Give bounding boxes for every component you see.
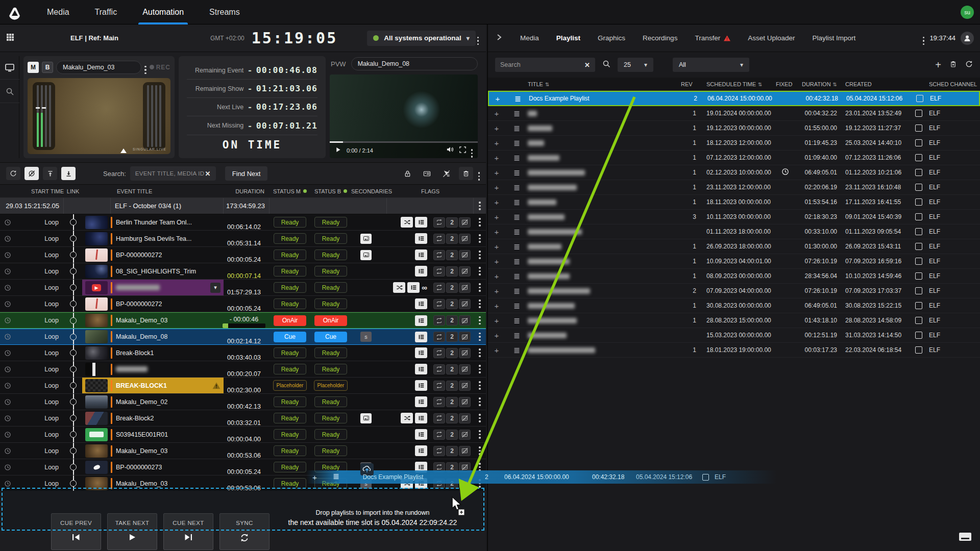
rail-search-icon[interactable] xyxy=(0,80,19,103)
event-kebab-menu[interactable] xyxy=(474,214,486,230)
scroll-to-top-icon[interactable] xyxy=(43,167,57,180)
event-thumbnail[interactable] xyxy=(85,216,108,229)
event-thumbnail[interactable] xyxy=(85,248,108,262)
loop-flag-icon[interactable] xyxy=(433,299,445,309)
append-playlist-icon[interactable]: + xyxy=(488,269,505,283)
rundown-row[interactable]: Loop Break-Block1 00:03:40.03 Ready Read… xyxy=(0,345,486,361)
playlist-row[interactable]: + 1 19.01.2024 00:00:00.00 00:04:32.22 2… xyxy=(488,106,980,121)
nav-tab-streams[interactable]: Streams xyxy=(200,0,249,24)
loop-flag-icon[interactable] xyxy=(433,413,445,423)
playlist-row[interactable]: + 1 23.11.2023 12:00:00.00 02:20:06.19 2… xyxy=(488,180,980,195)
secondary-count-icon[interactable]: 2 xyxy=(446,397,458,407)
pvw-source-select[interactable]: Makalu_Demo_08 xyxy=(351,57,478,70)
secondary-graphic-icon[interactable] xyxy=(360,250,372,260)
rundown-kebab-menu[interactable] xyxy=(478,167,480,181)
no-thumbnail-icon[interactable] xyxy=(459,381,471,391)
refresh-playlists-icon[interactable] xyxy=(965,60,973,70)
secondary-count-icon[interactable]: 2 xyxy=(446,250,458,260)
append-playlist-icon[interactable]: + xyxy=(488,343,505,357)
secondary-count-icon[interactable]: 2 xyxy=(446,348,458,358)
no-thumbnail-icon[interactable] xyxy=(459,315,471,325)
account-icon[interactable] xyxy=(961,32,974,45)
find-next-button[interactable]: Find Next xyxy=(225,166,268,181)
col-event-title[interactable]: EVENT TITLE xyxy=(111,185,224,197)
user-avatar[interactable]: su xyxy=(961,6,974,19)
append-playlist-icon[interactable]: + xyxy=(488,298,505,313)
playlist-row[interactable]: + Docs Example Playlist 2 06.04.2024 15:… xyxy=(488,91,980,106)
playlist-flag-icon[interactable] xyxy=(415,380,427,391)
append-playlist-icon[interactable]: + xyxy=(488,254,505,268)
playlist-checkbox[interactable] xyxy=(915,169,922,176)
loop-flag-icon[interactable] xyxy=(433,348,445,358)
event-kebab-menu[interactable] xyxy=(474,329,486,344)
event-thumbnail[interactable] xyxy=(85,412,108,425)
event-thumbnail[interactable] xyxy=(85,363,108,376)
rundown-row[interactable]: Loop BP-0000000272 00:00:05.24 Ready Rea… xyxy=(0,296,486,312)
append-playlist-icon[interactable]: + xyxy=(488,328,505,342)
event-kebab-menu[interactable] xyxy=(474,263,486,279)
sort-icon[interactable] xyxy=(833,81,837,87)
event-thumbnail[interactable] xyxy=(85,461,108,474)
disable-selection-icon[interactable] xyxy=(439,167,454,180)
append-playlist-icon[interactable]: + xyxy=(488,151,505,165)
col-created[interactable]: CREATED xyxy=(837,78,909,90)
nav-tab-media[interactable]: Media xyxy=(38,0,79,24)
playlist-checkbox[interactable] xyxy=(915,124,922,132)
reload-rundown-icon[interactable] xyxy=(6,167,20,180)
event-thumbnail[interactable] xyxy=(85,395,108,409)
page-size-select[interactable]: 25 ▾ xyxy=(618,58,653,72)
loop-flag-icon[interactable] xyxy=(433,266,445,277)
playlist-row[interactable]: + 2 07.09.2023 04:00:00.00 07:26:10.19 0… xyxy=(488,284,980,298)
event-kebab-menu[interactable] xyxy=(474,345,486,361)
panel-kebab-menu[interactable] xyxy=(923,31,925,45)
tab-media[interactable]: Media xyxy=(511,24,548,52)
monitor-view-icon[interactable] xyxy=(0,56,19,80)
no-thumbnail-icon[interactable] xyxy=(459,299,471,309)
clear-search-icon[interactable]: ✕ xyxy=(205,170,211,178)
playlist-flag-icon[interactable] xyxy=(415,249,427,260)
playlist-checkbox[interactable] xyxy=(915,198,922,206)
rundown-row[interactable]: Loop Hamburg Sea Devils Tea... 00:05:31.… xyxy=(0,231,486,247)
loop-flag-icon[interactable] xyxy=(433,446,445,456)
virtual-keyboard-icon[interactable] xyxy=(959,532,972,544)
tab-graphics[interactable]: Graphics xyxy=(589,24,634,52)
append-playlist-icon[interactable]: + xyxy=(488,180,505,194)
no-thumbnail-icon[interactable] xyxy=(459,364,471,374)
playlist-checkbox[interactable] xyxy=(915,243,922,250)
playlist-checkbox[interactable] xyxy=(915,184,922,191)
event-kebab-menu[interactable] xyxy=(474,231,486,246)
playlist-flag-icon[interactable] xyxy=(415,445,427,456)
volume-icon[interactable] xyxy=(446,146,454,155)
playlist-checkbox[interactable] xyxy=(915,272,922,280)
no-thumbnail-icon[interactable] xyxy=(459,332,471,342)
event-kebab-menu[interactable] xyxy=(474,296,486,312)
playlist-flag-icon[interactable] xyxy=(415,347,427,358)
append-playlist-icon[interactable]: + xyxy=(488,106,505,120)
playlist-row[interactable]: + 1 19.12.2023 00:00:00.00 01:55:00.00 1… xyxy=(488,121,980,136)
nav-tab-automation[interactable]: Automation xyxy=(133,0,193,24)
event-thumbnail[interactable] xyxy=(85,428,108,441)
playlist-checkbox[interactable] xyxy=(915,317,922,324)
no-thumbnail-icon[interactable] xyxy=(459,234,471,244)
playlist-flag-icon[interactable] xyxy=(415,266,427,277)
secondary-count-icon[interactable]: 2 xyxy=(446,413,458,423)
loop-flag-icon[interactable] xyxy=(433,283,445,293)
secondary-count-icon[interactable]: 2 xyxy=(446,315,458,325)
playlist-checkbox[interactable] xyxy=(915,228,922,235)
secondary-graphic-icon[interactable] xyxy=(360,234,372,244)
loop-flag-icon[interactable] xyxy=(433,381,445,391)
delete-events-icon[interactable] xyxy=(459,167,473,180)
col-duration2[interactable]: DURATION xyxy=(794,78,837,90)
no-thumbnail-icon[interactable] xyxy=(459,413,471,423)
append-playlist-icon[interactable]: + xyxy=(488,121,505,135)
append-playlist-icon[interactable]: + xyxy=(488,239,505,254)
playlist-checkbox[interactable] xyxy=(915,154,922,161)
delete-playlist-icon[interactable] xyxy=(949,60,957,70)
no-thumbnail-icon[interactable] xyxy=(459,430,471,440)
playlist-flag-icon[interactable] xyxy=(415,233,427,244)
event-kebab-menu[interactable] xyxy=(474,378,486,393)
event-thumbnail[interactable] xyxy=(85,379,108,392)
playlist-checkbox[interactable] xyxy=(915,110,922,117)
append-playlist-icon[interactable]: + xyxy=(488,165,505,180)
col-fixed[interactable]: FIXED xyxy=(776,78,794,90)
